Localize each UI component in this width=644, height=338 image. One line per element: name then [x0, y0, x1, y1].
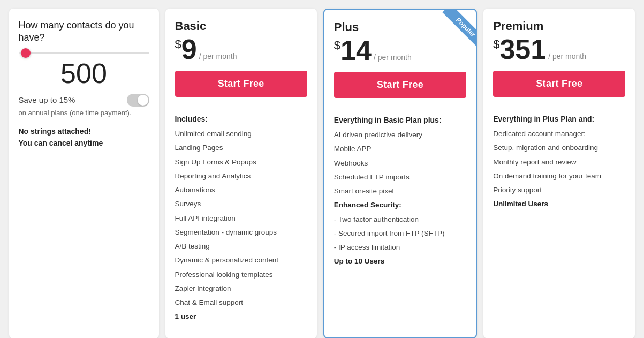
- contacts-question: How many contacts do you have?: [19, 19, 149, 44]
- feature-item: Full API integration: [175, 213, 307, 224]
- price-period: / per month: [199, 52, 237, 60]
- slider-thumb[interactable]: [21, 48, 31, 58]
- price-row: $ 9 / per month: [175, 35, 307, 63]
- price-amount: 14: [340, 36, 372, 64]
- feature-item: - Secured import from FTP (SFTP): [334, 228, 466, 239]
- price-symbol: $: [493, 39, 499, 50]
- divider: [334, 108, 466, 108]
- feature-item: Professional looking templates: [175, 269, 307, 280]
- save-label: Save up to 15%: [19, 95, 75, 104]
- save-row: Save up to 15%: [19, 94, 149, 107]
- feature-item: Unlimited email sending: [175, 129, 307, 139]
- features-intro: Everything in Basic Plan plus:: [334, 116, 466, 124]
- slider-track: [19, 52, 149, 54]
- plan-name: Premium: [493, 19, 625, 33]
- feature-item: On demand training for your team: [493, 171, 625, 182]
- plan-card-basic: Basic $ 9 / per month Start Free Include…: [165, 9, 317, 338]
- contact-count-value: 500: [19, 59, 149, 87]
- price-symbol: $: [175, 39, 181, 50]
- no-strings-text: No strings attached! You can cancel anyt…: [19, 125, 149, 149]
- feature-item: Dynamic & personalized content: [175, 255, 307, 266]
- feature-item: Mobile APP: [334, 144, 466, 154]
- annual-toggle[interactable]: [127, 94, 149, 107]
- price-period: / per month: [374, 54, 412, 61]
- price-symbol: $: [334, 40, 340, 51]
- feature-item: Automations: [175, 185, 307, 196]
- plan-card-premium: Premium $ 351 / per month Start Free Eve…: [483, 9, 635, 338]
- feature-item: Zapier integration: [175, 283, 307, 294]
- plan-card-plus: Popular Plus $ 14 / per month Start Free…: [323, 9, 477, 338]
- price-amount: 351: [499, 35, 546, 63]
- price-amount: 9: [181, 35, 197, 63]
- features-intro: Everything in Plus Plan and:: [493, 115, 625, 123]
- feature-item: 1 user: [175, 311, 307, 322]
- price-row: $ 14 / per month: [334, 36, 466, 64]
- start-free-button[interactable]: Start Free: [175, 71, 307, 97]
- start-free-button[interactable]: Start Free: [334, 72, 466, 98]
- feature-item: Sign Up Forms & Popups: [175, 157, 307, 168]
- feature-item: Priority support: [493, 185, 625, 196]
- feature-item: Landing Pages: [175, 142, 307, 153]
- plan-name: Plus: [334, 20, 466, 34]
- annual-note: on annual plans (one time payment).: [19, 109, 149, 117]
- feature-item: Up to 10 Users: [334, 256, 466, 267]
- feature-item: Setup, migration and onboarding: [493, 142, 625, 153]
- contacts-panel: How many contacts do you have? 500 Save …: [9, 9, 159, 338]
- feature-item: A/B testing: [175, 241, 307, 252]
- feature-item: Chat & Email support: [175, 297, 307, 308]
- slider-container[interactable]: [19, 52, 149, 54]
- feature-item: - IP access limitation: [334, 242, 466, 253]
- feature-item: Segmentation - dynamic groups: [175, 227, 307, 238]
- feature-item: Dedicated account manager:: [493, 129, 625, 139]
- price-period: / per month: [548, 52, 586, 60]
- feature-item: Unlimited Users: [493, 199, 625, 209]
- plan-name: Basic: [175, 19, 307, 33]
- pricing-layout: How many contacts do you have? 500 Save …: [9, 9, 635, 338]
- feature-item: Surveys: [175, 199, 307, 209]
- feature-item: Webhooks: [334, 158, 466, 169]
- feature-item: Reporting and Analytics: [175, 171, 307, 182]
- feature-item: Monthly report and review: [493, 157, 625, 168]
- feature-item: Scheduled FTP imports: [334, 172, 466, 183]
- divider: [175, 107, 307, 107]
- features-intro: Includes:: [175, 115, 307, 123]
- feature-item: - Two factor authentication: [334, 214, 466, 225]
- feature-item: AI driven predictive delivery: [334, 130, 466, 140]
- price-row: $ 351 / per month: [493, 35, 625, 63]
- divider: [493, 107, 625, 107]
- feature-item: Enhanced Security:: [334, 200, 466, 211]
- start-free-button[interactable]: Start Free: [493, 71, 625, 97]
- feature-item: Smart on-site pixel: [334, 186, 466, 197]
